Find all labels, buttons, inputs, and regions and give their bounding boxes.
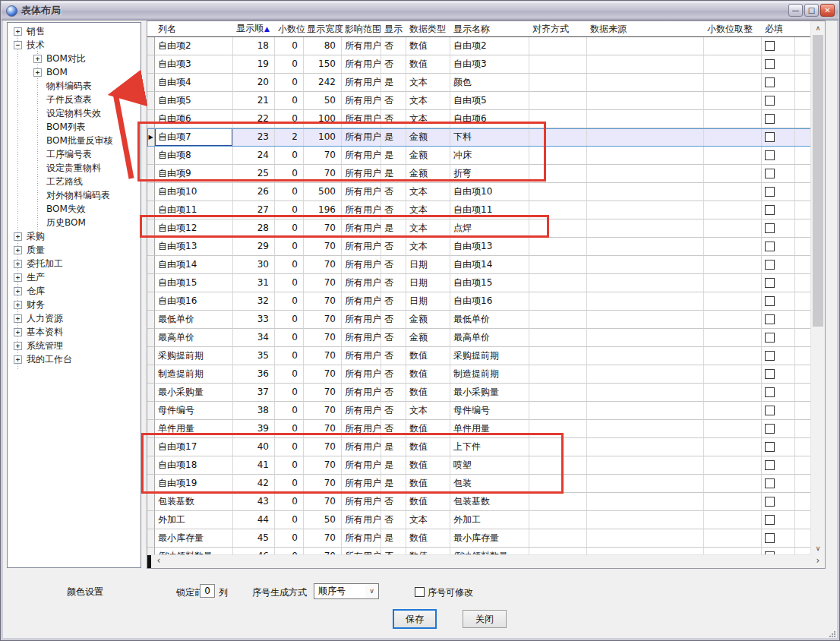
scroll-left-icon[interactable]: ‹ bbox=[153, 555, 164, 568]
cell-rounding[interactable] bbox=[704, 292, 762, 311]
cell-source[interactable] bbox=[587, 493, 704, 511]
cell-column-name[interactable]: 自由项15 bbox=[155, 274, 233, 292]
cell-align[interactable] bbox=[529, 311, 587, 329]
cell-data-type[interactable]: 数值 bbox=[406, 438, 450, 456]
table-row-16[interactable]: 最高单价 34 0 70 所有用户 否 金额 最高单价 bbox=[147, 329, 811, 347]
required-checkbox[interactable] bbox=[765, 96, 775, 106]
cell-data-type[interactable]: 日期 bbox=[406, 292, 450, 311]
cell-display-name[interactable]: 自由项3 bbox=[450, 55, 529, 74]
scroll-up-icon[interactable]: ∧ bbox=[811, 22, 825, 34]
cell-source[interactable] bbox=[587, 456, 704, 475]
required-checkbox[interactable] bbox=[765, 169, 775, 178]
table-row-15[interactable]: 最低单价 33 0 70 所有用户 否 金额 最低单价 bbox=[147, 311, 811, 329]
cell-data-type[interactable]: 文本 bbox=[406, 402, 450, 420]
cell-rounding[interactable] bbox=[704, 110, 762, 128]
cell-column-name[interactable]: 最小采购量 bbox=[155, 384, 233, 402]
cell-display[interactable]: 是 bbox=[381, 438, 406, 456]
cell-display-order[interactable]: 45 bbox=[233, 529, 275, 548]
cell-rounding[interactable] bbox=[704, 311, 762, 329]
cell-align[interactable] bbox=[529, 529, 587, 548]
cell-display[interactable]: 否 bbox=[381, 292, 406, 311]
cell-column-name[interactable]: 最低单价 bbox=[155, 311, 233, 329]
cell-display-width[interactable]: 100 bbox=[304, 110, 342, 128]
expander-icon[interactable]: + bbox=[14, 342, 22, 350]
expander-icon[interactable]: + bbox=[14, 246, 22, 254]
cell-scope[interactable]: 所有用户 bbox=[342, 110, 381, 128]
cell-display-name[interactable]: 自由项15 bbox=[450, 274, 529, 292]
cell-rounding[interactable] bbox=[704, 238, 762, 256]
cell-column-name[interactable]: 自由项8 bbox=[155, 147, 233, 165]
cell-source[interactable] bbox=[587, 165, 704, 183]
cell-decimals[interactable]: 0 bbox=[275, 511, 304, 529]
cell-display-order[interactable]: 34 bbox=[233, 329, 275, 347]
cell-data-type[interactable]: 数值 bbox=[406, 55, 450, 74]
required-checkbox[interactable] bbox=[765, 114, 775, 124]
required-checkbox[interactable] bbox=[765, 387, 775, 397]
cell-display-width[interactable]: 242 bbox=[304, 74, 342, 92]
cell-scope[interactable]: 所有用户 bbox=[342, 311, 381, 329]
required-checkbox[interactable] bbox=[765, 260, 775, 270]
cell-data-type[interactable]: 文本 bbox=[406, 110, 450, 128]
expander-icon[interactable]: + bbox=[14, 314, 22, 323]
required-checkbox[interactable] bbox=[765, 223, 775, 233]
cell-decimals[interactable]: 0 bbox=[275, 274, 304, 292]
cell-source[interactable] bbox=[587, 37, 704, 55]
required-checkbox[interactable] bbox=[765, 424, 775, 434]
cell-display-name[interactable]: 自由项10 bbox=[450, 183, 529, 201]
cell-display[interactable]: 是 bbox=[381, 529, 406, 548]
cell-display[interactable]: 否 bbox=[381, 384, 406, 402]
cell-display[interactable]: 是 bbox=[381, 74, 406, 92]
col-header-decimals[interactable]: 小数位 bbox=[275, 22, 304, 36]
table-row-18[interactable]: 制造提前期 36 0 70 所有用户 否 数值 制造提前期 bbox=[147, 365, 811, 384]
cell-display-width[interactable]: 70 bbox=[304, 475, 342, 493]
cell-source[interactable] bbox=[587, 128, 704, 147]
table-row-8[interactable]: 自由项10 26 0 500 所有用户 否 文本 自由项10 bbox=[147, 183, 811, 201]
required-checkbox[interactable] bbox=[765, 369, 775, 379]
expander-icon[interactable]: + bbox=[33, 55, 42, 63]
vertical-scrollbar[interactable]: ∧ ∨ bbox=[810, 21, 825, 555]
cell-column-name[interactable]: 自由项13 bbox=[155, 238, 233, 256]
cell-align[interactable] bbox=[529, 493, 587, 511]
tree-item-3[interactable]: + BOM bbox=[8, 65, 141, 79]
required-checkbox[interactable] bbox=[765, 77, 775, 87]
cell-align[interactable] bbox=[529, 74, 587, 92]
cell-display-order[interactable]: 43 bbox=[233, 493, 275, 511]
cell-data-type[interactable]: 金额 bbox=[406, 128, 450, 147]
cell-display[interactable]: 否 bbox=[381, 493, 406, 511]
cell-display-width[interactable]: 70 bbox=[304, 529, 342, 548]
expander-icon[interactable]: − bbox=[14, 41, 22, 49]
cell-rounding[interactable] bbox=[704, 219, 762, 238]
cell-display-name[interactable]: 自由项6 bbox=[450, 110, 529, 128]
cell-display-name[interactable]: 颜色 bbox=[450, 74, 529, 92]
cell-display-order[interactable]: 21 bbox=[233, 92, 275, 110]
cell-scope[interactable]: 所有用户 bbox=[342, 201, 381, 219]
cell-display-width[interactable]: 80 bbox=[304, 37, 342, 55]
cell-display-order[interactable]: 32 bbox=[233, 292, 275, 311]
cell-decimals[interactable]: 0 bbox=[275, 292, 304, 311]
minimize-button[interactable]: — bbox=[788, 4, 803, 17]
cell-scope[interactable]: 所有用户 bbox=[342, 128, 381, 147]
horizontal-scroll-thumb[interactable] bbox=[147, 555, 151, 568]
cell-display-width[interactable]: 70 bbox=[304, 329, 342, 347]
cell-display-width[interactable]: 70 bbox=[304, 238, 342, 256]
cell-display-width[interactable]: 70 bbox=[304, 438, 342, 456]
cell-data-type[interactable]: 金额 bbox=[406, 311, 450, 329]
cell-source[interactable] bbox=[587, 201, 704, 219]
table-row-6[interactable]: 自由项8 24 0 70 所有用户 是 金额 冲床 bbox=[147, 147, 811, 165]
row-selector[interactable] bbox=[147, 420, 155, 438]
tree-item-23[interactable]: + 系统管理 bbox=[8, 339, 141, 352]
col-header-display-name[interactable]: 显示名称 bbox=[450, 22, 529, 36]
table-row-14[interactable]: 自由项16 32 0 70 所有用户 否 日期 自由项16 bbox=[147, 292, 811, 311]
row-selector[interactable]: ▶ bbox=[147, 128, 155, 147]
row-selector[interactable] bbox=[147, 329, 155, 347]
cell-decimals[interactable]: 0 bbox=[275, 256, 304, 274]
cell-rounding[interactable] bbox=[704, 165, 762, 183]
cell-decimals[interactable]: 0 bbox=[275, 311, 304, 329]
cell-source[interactable] bbox=[587, 329, 704, 347]
cell-align[interactable] bbox=[529, 147, 587, 165]
row-selector[interactable] bbox=[147, 74, 155, 92]
row-selector[interactable] bbox=[147, 92, 155, 110]
cell-scope[interactable]: 所有用户 bbox=[342, 292, 381, 311]
tree-item-11[interactable]: 工艺路线 bbox=[8, 175, 141, 188]
required-checkbox[interactable] bbox=[765, 406, 775, 415]
